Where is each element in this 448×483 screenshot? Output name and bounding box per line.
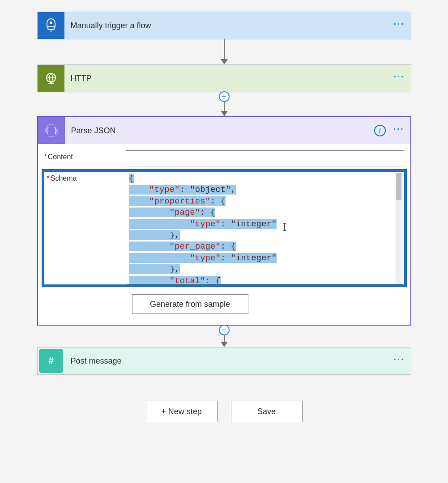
step-header[interactable]: Manually trigger a flow ··· (38, 12, 411, 39)
step-title: HTTP (64, 74, 393, 83)
globe-icon (38, 65, 64, 92)
scrollbar[interactable] (396, 172, 402, 284)
step-http[interactable]: HTTP ··· (37, 64, 411, 92)
content-label: *Content (44, 150, 126, 161)
more-menu-icon[interactable]: ··· (393, 74, 405, 83)
more-menu-icon[interactable]: ··· (393, 356, 405, 365)
step-manually-trigger[interactable]: Manually trigger a flow ··· (37, 12, 411, 39)
braces-icon: { } (38, 117, 65, 144)
step-parse-json[interactable]: { } Parse JSON i ··· *Content *Schema (37, 116, 411, 326)
add-action-icon[interactable]: + (219, 325, 230, 335)
content-field-row: *Content (44, 150, 404, 166)
generate-from-sample-button[interactable]: Generate from sample (132, 294, 248, 314)
step-title: Parse JSON (65, 126, 374, 136)
step-header[interactable]: { } Parse JSON i ··· (38, 117, 410, 144)
footer-buttons: + New step Save (146, 401, 303, 422)
content-input[interactable] (126, 150, 404, 166)
required-marker: * (47, 174, 50, 182)
connector-arrow: + (221, 326, 228, 347)
connector-arrow (221, 39, 228, 64)
svg-point-0 (50, 21, 52, 24)
save-button[interactable]: Save (231, 401, 303, 422)
text-cursor-icon: I (283, 220, 287, 234)
hashtag-icon: # (39, 349, 63, 373)
scrollbar-thumb[interactable] (396, 173, 401, 200)
new-step-button[interactable]: + New step (146, 401, 218, 422)
step-header[interactable]: # Post message ··· (38, 347, 411, 374)
schema-field-highlight: *Schema { "type": "object", "properties"… (42, 169, 407, 287)
add-action-icon[interactable]: + (219, 91, 230, 102)
step-header[interactable]: HTTP ··· (38, 65, 411, 92)
required-marker: * (44, 153, 47, 161)
flow-canvas: Manually trigger a flow ··· HTTP ··· (0, 0, 448, 422)
more-menu-icon[interactable]: ··· (393, 21, 405, 30)
step-title: Manually trigger a flow (64, 21, 393, 30)
schema-textarea[interactable]: { "type": "object", "properties": { "pag… (126, 172, 402, 284)
trigger-icon (38, 12, 64, 39)
parse-json-body: *Content *Schema { "type": "object", "pr… (38, 144, 410, 325)
step-title: Post message (64, 356, 393, 366)
step-post-message[interactable]: # Post message ··· (37, 347, 411, 375)
svg-rect-1 (48, 27, 54, 30)
info-icon[interactable]: i (374, 125, 386, 136)
svg-text:#: # (48, 355, 53, 366)
svg-text:{ }: { } (45, 126, 58, 135)
more-menu-icon[interactable]: ··· (393, 126, 404, 135)
connector-arrow: + (221, 92, 228, 116)
schema-label: *Schema (44, 172, 126, 284)
